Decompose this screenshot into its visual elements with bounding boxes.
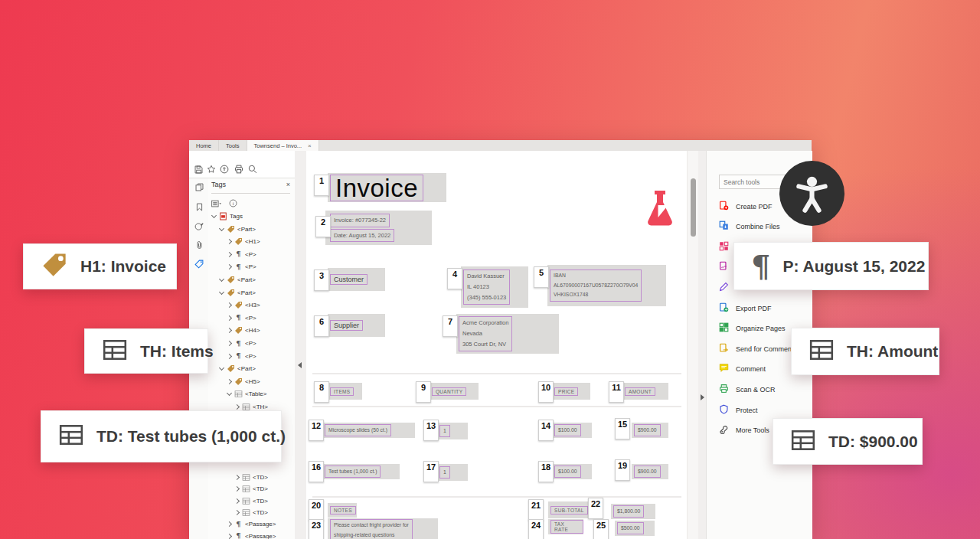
tree-row-Passage[interactable]: ¶<Passage>	[227, 519, 276, 529]
print-button[interactable]	[234, 165, 244, 175]
tagged-region-9[interactable]: QUANTITY	[430, 383, 479, 400]
tree-row-H5[interactable]: <H5>	[227, 377, 260, 387]
list-options-button[interactable]	[211, 197, 221, 211]
tree-row-Passage[interactable]: ¶<Passage>	[227, 531, 276, 539]
tag-number-badge[interactable]: 18	[538, 461, 554, 482]
chevron-right-icon[interactable]	[227, 252, 232, 257]
tagged-region-23[interactable]: Please contact fright provider forshippi…	[328, 518, 438, 539]
scrollbar-thumb[interactable]	[691, 178, 696, 237]
tag-number-badge[interactable]: 21	[528, 499, 544, 521]
tool-export-pdf[interactable]: Export PDF	[719, 302, 772, 314]
tree-row-P[interactable]: ¶<P>	[227, 250, 256, 260]
chevron-right-icon[interactable]	[234, 510, 240, 515]
tab-tools[interactable]: Tools	[219, 140, 247, 151]
tag-number-badge[interactable]: 19	[615, 459, 630, 481]
tagged-region-10[interactable]: PRICE	[552, 383, 590, 400]
tagged-region-25[interactable]: $500.00	[615, 521, 655, 536]
tagged-region-21[interactable]: SUB-TOTAL	[548, 501, 588, 518]
rail-bookmarks-button[interactable]	[194, 202, 204, 213]
chevron-right-icon[interactable]	[227, 239, 232, 244]
tree-row-H4[interactable]: <H4>	[227, 325, 260, 335]
tag-number-badge[interactable]: 12	[309, 420, 324, 441]
tag-number-badge[interactable]: 13	[423, 420, 439, 441]
tree-row-TD[interactable]: <TD>	[234, 496, 268, 506]
chevron-down-icon[interactable]	[219, 366, 224, 371]
right-splitter[interactable]	[698, 151, 706, 539]
chevron-right-icon[interactable]	[234, 404, 240, 410]
tagged-region-11[interactable]: AMOUNT	[622, 383, 668, 400]
chevron-down-icon[interactable]	[227, 391, 232, 397]
tag-number-badge[interactable]: 6	[314, 315, 329, 337]
tab-close-icon[interactable]: ×	[308, 142, 312, 149]
tag-number-badge[interactable]: 17	[423, 461, 439, 482]
tree-row-H3[interactable]: <H3>	[227, 300, 260, 310]
save-button[interactable]	[193, 165, 204, 175]
tab-home[interactable]: Home	[189, 140, 219, 151]
tagged-region-8[interactable]: ITEMS	[328, 383, 362, 400]
tree-row-P[interactable]: ¶<P>	[227, 262, 256, 272]
chevron-right-icon[interactable]	[234, 486, 240, 492]
tag-number-badge[interactable]: 25	[593, 519, 609, 539]
rail-attachments-button[interactable]	[194, 240, 204, 251]
chevron-right-icon[interactable]	[234, 498, 240, 504]
tagged-region-2[interactable]: Invoice: #077345-22Date: August 15, 2022	[325, 211, 432, 245]
tree-row-Table[interactable]: <Table>	[227, 389, 266, 399]
rail-tags-button[interactable]	[194, 260, 204, 270]
tagged-region-1[interactable]: Invoice	[328, 173, 446, 202]
tag-number-badge[interactable]: 15	[615, 418, 630, 439]
tagged-region-20[interactable]: NOTES	[328, 503, 357, 518]
tag-number-badge[interactable]: 24	[528, 519, 544, 539]
rail-signatures-button[interactable]	[194, 222, 204, 233]
chevron-right-icon[interactable]	[227, 328, 232, 333]
tag-number-badge[interactable]: 3	[314, 270, 329, 291]
tag-number-badge[interactable]: 7	[443, 315, 458, 337]
tagged-region-7[interactable]: Acme CorporationNevada305 Court Dr, NV	[456, 314, 559, 354]
tag-number-badge[interactable]: 9	[416, 381, 431, 403]
chevron-right-icon[interactable]	[227, 521, 232, 527]
document-scrollbar[interactable]	[687, 151, 699, 539]
chevron-right-icon[interactable]	[227, 354, 232, 359]
tool-comment[interactable]: Comment	[719, 364, 766, 375]
tag-number-badge[interactable]: 2	[315, 216, 331, 237]
tagged-region-12[interactable]: Microscope slides (50 ct.)	[322, 423, 415, 438]
tags-panel-close-icon[interactable]: ×	[286, 181, 290, 188]
tagged-region-18[interactable]: $100.00	[552, 464, 592, 479]
rail-page-thumbnails-button[interactable]	[194, 182, 204, 193]
tool-scan-ocr[interactable]: Scan & OCR	[719, 384, 776, 395]
collapse-right-icon[interactable]	[701, 394, 704, 400]
chevron-right-icon[interactable]	[234, 475, 240, 480]
tool-create-pdf[interactable]: Create PDF	[719, 201, 773, 212]
chevron-right-icon[interactable]	[227, 302, 232, 308]
tagged-region-24[interactable]: TAX RATE	[548, 519, 583, 534]
star-button[interactable]	[206, 165, 217, 175]
tool-send-for-comment[interactable]: Send for Comment	[719, 343, 794, 354]
tag-number-badge[interactable]: 20	[309, 499, 324, 521]
tagged-region-6[interactable]: Supplier	[328, 314, 385, 337]
tool-protect[interactable]: Protect	[719, 404, 758, 416]
tree-row-P[interactable]: ¶<P>	[227, 313, 256, 323]
tagged-region-3[interactable]: Customer	[328, 268, 385, 291]
tag-number-badge[interactable]: 16	[309, 461, 324, 482]
tree-row-TD[interactable]: <TD>	[234, 472, 268, 482]
chevron-right-icon[interactable]	[227, 264, 232, 270]
tagged-region-19[interactable]: $900.00	[632, 464, 668, 479]
tag-number-badge[interactable]: 23	[309, 519, 324, 539]
chevron-right-icon[interactable]	[227, 379, 232, 384]
tagged-region-14[interactable]: $100.00	[552, 423, 592, 438]
zoom-search-button[interactable]	[247, 165, 258, 175]
tag-number-badge[interactable]: 10	[538, 381, 554, 403]
chevron-down-icon[interactable]	[219, 290, 224, 296]
info-button[interactable]: i	[229, 197, 237, 211]
chevron-down-icon[interactable]	[219, 277, 224, 283]
tree-row-Part[interactable]: <Part>	[219, 224, 256, 234]
share-upload-button[interactable]	[219, 165, 230, 175]
tagged-region-5[interactable]: IBANAL67090007167U0578Z270O79V04VHKISOX1…	[547, 265, 666, 306]
tagged-region-4[interactable]: David KassuerIL 40123(345) 555-0123	[461, 266, 528, 308]
chevron-right-icon[interactable]	[227, 534, 232, 539]
tagged-region-17[interactable]: 1	[437, 464, 468, 481]
tree-row-Tags[interactable]: Tags	[211, 211, 243, 221]
tag-number-badge[interactable]: 1	[314, 175, 329, 196]
chevron-right-icon[interactable]	[227, 315, 232, 321]
tag-number-badge[interactable]: 22	[588, 498, 603, 519]
tagged-region-13[interactable]: 1	[437, 423, 468, 439]
